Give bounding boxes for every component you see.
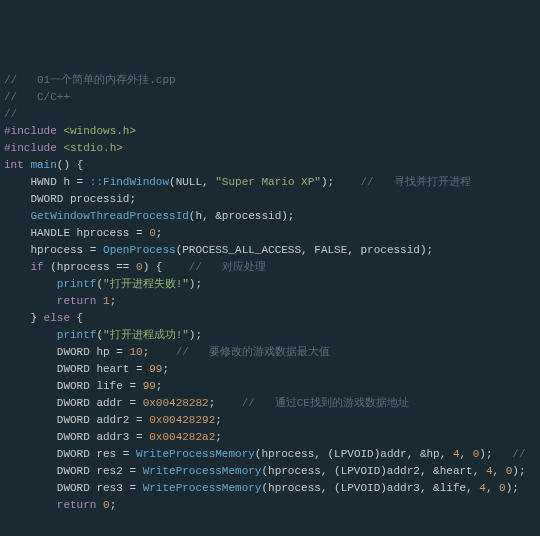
token-str: "打开进程失败!" <box>103 278 189 290</box>
code-line: if (hprocess == 0) { // 对应处理 <box>4 259 540 276</box>
token-fn: WriteProcessMemory <box>143 482 262 494</box>
token-kw: if <box>30 261 43 273</box>
token-op: ; <box>156 380 163 392</box>
token-op: ; <box>110 295 117 307</box>
code-line: GetWindowThreadProcessId(h, &processid); <box>4 208 540 225</box>
token-num: 99 <box>149 363 162 375</box>
token-num: 4 <box>479 482 486 494</box>
token-op: ) { <box>143 261 189 273</box>
token-num: 0 <box>103 499 110 511</box>
token-op: ); <box>479 448 512 460</box>
token-plain: hprocess = <box>4 244 103 256</box>
token-op: , <box>486 482 499 494</box>
token-comment: // 01一个简单的内存外挂.cpp <box>4 74 176 86</box>
token-op: ); <box>189 329 202 341</box>
code-line: DWORD res3 = WriteProcessMemory(hprocess… <box>4 480 540 497</box>
token-plain: DWORD res3 = <box>4 482 143 494</box>
token-kw: int <box>4 159 24 171</box>
token-op: ); <box>321 176 361 188</box>
token-plain: DWORD addr3 = <box>4 431 149 443</box>
token-fn: printf <box>57 278 97 290</box>
token-fn: WriteProcessMemory <box>136 448 255 460</box>
token-op: (NULL, <box>169 176 215 188</box>
code-line: DWORD processid; <box>4 191 540 208</box>
token-num: 99 <box>143 380 156 392</box>
token-op: (hprocess, (LPVOID)addr3, &life, <box>261 482 479 494</box>
token-plain: (hprocess == <box>44 261 136 273</box>
token-fn: OpenProcess <box>103 244 176 256</box>
token-num: 0 <box>149 227 156 239</box>
token-comment: // <box>4 108 17 120</box>
token-fn: ::FindWindow <box>90 176 169 188</box>
token-plain: DWORD addr = <box>4 397 143 409</box>
token-op: , <box>460 448 473 460</box>
code-line: // C/C++ <box>4 89 540 106</box>
token-plain <box>4 329 57 341</box>
token-num: 0x004282a2 <box>149 431 215 443</box>
token-plain: } <box>4 312 44 324</box>
code-line: #include <windows.h> <box>4 123 540 140</box>
token-plain: DWORD res2 = <box>4 465 143 477</box>
token-num: 0 <box>136 261 143 273</box>
token-plain: DWORD hp = <box>4 346 129 358</box>
token-plain <box>4 278 57 290</box>
code-line: DWORD res2 = WriteProcessMemory(hprocess… <box>4 463 540 480</box>
code-line: int main() { <box>4 157 540 174</box>
token-fn: GetWindowThreadProcessId <box>30 210 188 222</box>
code-line: printf("打开进程失败!"); <box>4 276 540 293</box>
token-op: ; <box>209 397 242 409</box>
token-plain: DWORD res = <box>4 448 136 460</box>
code-editor: // 01一个简单的内存外挂.cpp// C/C++//#include <wi… <box>4 72 540 514</box>
token-plain: HWND h = <box>4 176 90 188</box>
code-line: hprocess = OpenProcess(PROCESS_ALL_ACCES… <box>4 242 540 259</box>
token-plain: DWORD heart = <box>4 363 149 375</box>
token-num: 0x00428292 <box>149 414 215 426</box>
code-line: printf("打开进程成功!"); <box>4 327 540 344</box>
code-line: // <box>4 106 540 123</box>
token-num: 0x00428282 <box>143 397 209 409</box>
token-plain <box>4 261 30 273</box>
token-comment: // 写入 <box>512 448 540 460</box>
token-num: 0 <box>499 482 506 494</box>
token-op: (PROCESS_ALL_ACCESS, FALSE, processid); <box>176 244 433 256</box>
token-plain <box>4 499 57 511</box>
token-op: ; <box>162 363 169 375</box>
token-op: ); <box>506 482 519 494</box>
token-op: ; <box>156 227 163 239</box>
token-op: ; <box>215 431 222 443</box>
token-kw: return <box>57 499 97 511</box>
token-comment: // 寻找并打开进程 <box>361 176 471 188</box>
code-line: DWORD addr = 0x00428282; // 通过CE找到的游戏数据地… <box>4 395 540 412</box>
token-op: ; <box>110 499 117 511</box>
token-plain: { <box>70 312 83 324</box>
code-line: #include <stdio.h> <box>4 140 540 157</box>
code-line: return 1; <box>4 293 540 310</box>
code-line: // 01一个简单的内存外挂.cpp <box>4 72 540 89</box>
code-line: DWORD addr2 = 0x00428292; <box>4 412 540 429</box>
token-num: 10 <box>129 346 142 358</box>
token-fn: main <box>30 159 56 171</box>
token-op: (h, &processid); <box>189 210 295 222</box>
token-kw: else <box>44 312 70 324</box>
token-plain <box>4 210 30 222</box>
token-str: "Super Mario XP" <box>215 176 321 188</box>
token-fn: printf <box>57 329 97 341</box>
token-comment: // 对应处理 <box>189 261 266 273</box>
token-op: ; <box>215 414 222 426</box>
token-comment: // C/C++ <box>4 91 70 103</box>
token-plain: HANDLE hprocess = <box>4 227 149 239</box>
token-fn: WriteProcessMemory <box>143 465 262 477</box>
token-op: , <box>493 465 506 477</box>
token-comment: // 通过CE找到的游戏数据地址 <box>242 397 409 409</box>
code-line: } else { <box>4 310 540 327</box>
code-line: DWORD res = WriteProcessMemory(hprocess,… <box>4 446 540 463</box>
code-line: HANDLE hprocess = 0; <box>4 225 540 242</box>
token-pre: #include <box>4 142 63 154</box>
code-line: DWORD life = 99; <box>4 378 540 395</box>
code-line: DWORD hp = 10; // 要修改的游戏数据最大值 <box>4 344 540 361</box>
token-inc: <windows.h> <box>63 125 136 137</box>
token-op: () { <box>57 159 83 171</box>
token-num: 1 <box>103 295 110 307</box>
token-kw: return <box>57 295 97 307</box>
token-plain: DWORD addr2 = <box>4 414 149 426</box>
